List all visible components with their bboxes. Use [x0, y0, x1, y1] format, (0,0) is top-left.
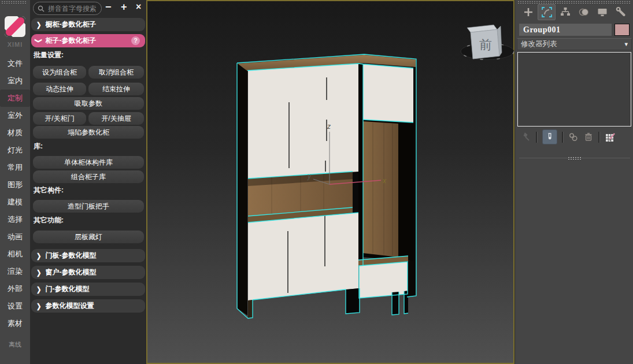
set-combo-cabinet-button[interactable]: 设为组合柜 [33, 66, 86, 79]
panel-section-divider[interactable] [519, 158, 630, 158]
help-icon[interactable]: ? [131, 36, 140, 45]
viewport-canvas[interactable]: z y x 前 [146, 0, 514, 364]
display-icon [597, 6, 608, 18]
panel-expand-button[interactable]: + [121, 0, 127, 14]
single-cabinet-library-button[interactable]: 单体柜体构件库 [33, 156, 144, 169]
utilities-icon [615, 6, 627, 18]
remove-modifier-icon[interactable] [583, 132, 594, 142]
section-label: 橱柜-参数化柜子 [45, 20, 96, 29]
sidebar-item-modeling[interactable]: 建模 [0, 194, 30, 211]
chevron-right-icon: ❯ [36, 21, 41, 28]
sidebar-item-exterior[interactable]: 室外 [0, 107, 30, 124]
toggle-drawer-button[interactable]: 开/关抽屉 [88, 112, 144, 125]
tab-motion[interactable] [575, 4, 593, 20]
dropdown-arrow-icon: ▾ [624, 39, 628, 50]
toolbar-divider [536, 132, 538, 143]
modifier-list-label: 修改器列表 [521, 39, 557, 50]
brand-text: XIMI [0, 41, 30, 48]
toggle-door-button[interactable]: 开/关柜门 [33, 112, 86, 125]
axis-x-label: x [382, 177, 387, 185]
section-label: 门板-参数化模型 [45, 251, 96, 261]
sidebar-item-camera[interactable]: 相机 [0, 246, 30, 263]
sidebar-item-interior[interactable]: 室内 [0, 72, 30, 90]
axis-z-label: z [327, 122, 331, 131]
tab-modify[interactable] [538, 4, 556, 20]
collapse-cabinet-button[interactable]: 塌陷参数化柜 [33, 126, 144, 139]
hierarchy-icon [560, 6, 571, 18]
toolbar-divider [562, 132, 564, 143]
cabinet-model[interactable] [238, 55, 416, 318]
show-end-result-button[interactable] [542, 129, 557, 144]
viewport[interactable]: z y x 前 [146, 0, 514, 364]
sidebar-item-custom[interactable]: 定制 [0, 90, 30, 107]
modifier-stack-toolbar [521, 129, 616, 144]
modifier-stack-list[interactable] [517, 52, 631, 127]
sidebar-menu: 文件 室内 定制 室外 材质 灯光 常用 图形 建模 选择 动画 相机 渲染 外… [0, 55, 30, 332]
sidebar-item-render[interactable]: 渲染 [0, 263, 30, 280]
search-input[interactable] [47, 4, 97, 13]
sidebar-item-assets[interactable]: 素材 [0, 315, 30, 332]
chevron-right-icon: ❯ [36, 302, 41, 310]
offline-status: 离线 [0, 340, 30, 349]
section-cabinet-parametric[interactable]: ❯ 柜子-参数化柜子 ? [31, 34, 145, 47]
panel-minimize-button[interactable]: − [105, 0, 112, 14]
tab-hierarchy[interactable] [556, 4, 574, 20]
make-unique-icon[interactable] [568, 132, 579, 142]
sidebar-item-settings[interactable]: 设置 [0, 298, 30, 315]
tab-display[interactable] [593, 4, 611, 20]
modify-icon [541, 6, 553, 18]
sidebar-item-material[interactable]: 材质 [0, 124, 30, 142]
section-label: 门-参数化模型 [45, 284, 89, 294]
sidebar-item-external[interactable]: 外部 [0, 280, 30, 298]
dynamic-stretch-button[interactable]: 动态拉伸 [33, 83, 86, 95]
sidebar-item-file[interactable]: 文件 [0, 55, 30, 72]
object-name-field[interactable]: Group001 [519, 24, 612, 36]
chevron-right-icon: ❯ [36, 269, 41, 276]
ximi-logo [5, 16, 25, 37]
command-panel-tabs [519, 4, 630, 20]
sidebar-item-animation[interactable]: 动画 [0, 228, 30, 246]
sidebar-item-select[interactable]: 选择 [0, 211, 30, 228]
tab-create[interactable] [519, 4, 537, 20]
object-color-swatch[interactable] [615, 24, 630, 36]
cabinet-plugin-panel: − + × ❯ 橱柜-参数化柜子 ❯ 柜子-参数化柜子 ? 批量设置: 设为组合… [30, 0, 146, 364]
sidebar-item-common[interactable]: 常用 [0, 159, 30, 176]
main-sidebar: XIMI 文件 室内 定制 室外 材质 灯光 常用 图形 建模 选择 动画 相机… [0, 0, 30, 364]
cancel-combo-cabinet-button[interactable]: 取消组合柜 [88, 66, 144, 79]
pick-params-button[interactable]: 吸取参数 [33, 97, 144, 110]
combo-cabinet-library-button[interactable]: 组合柜子库 [33, 170, 144, 183]
chevron-down-icon: ❯ [35, 38, 43, 43]
search-box[interactable] [33, 2, 102, 15]
section-parametric-settings[interactable]: ❯ 参数化模型设置 [31, 299, 145, 313]
panel-grip[interactable] [1, 1, 27, 4]
panel-close-button[interactable]: × [136, 0, 141, 14]
viewcube-front-label[interactable]: 前 [479, 38, 492, 52]
toolbar-divider [598, 132, 600, 143]
search-icon [38, 5, 45, 12]
section-label: 参数化模型设置 [45, 301, 94, 311]
chevron-right-icon: ❯ [36, 285, 41, 293]
sidebar-item-shape[interactable]: 图形 [0, 176, 30, 194]
pin-stack-icon[interactable] [521, 132, 531, 142]
end-stretch-button[interactable]: 结束拉伸 [88, 83, 144, 95]
create-icon [523, 6, 534, 18]
section-door-parametric[interactable]: ❯ 门-参数化模型 [31, 283, 145, 296]
section-cupboard-parametric[interactable]: ❯ 橱柜-参数化柜子 [31, 18, 145, 31]
label-other-functions: 其它功能: [34, 216, 64, 225]
door-handle-button[interactable]: 造型门板把手 [33, 200, 144, 213]
section-label: 窗户-参数化模型 [45, 268, 96, 277]
motion-icon [578, 6, 590, 18]
section-doorpanel-parametric[interactable]: ❯ 门板-参数化模型 [31, 249, 145, 262]
modifier-list-dropdown[interactable]: 修改器列表 ▾ [517, 38, 632, 50]
panel-grip[interactable] [517, 1, 631, 3]
section-window-parametric[interactable]: ❯ 窗户-参数化模型 [31, 266, 145, 279]
shelf-light-button[interactable]: 层板藏灯 [33, 231, 144, 243]
tab-utilities[interactable] [612, 4, 630, 20]
sidebar-item-light[interactable]: 灯光 [0, 142, 30, 159]
configure-modifier-sets-icon[interactable] [605, 131, 616, 143]
section-label: 柜子-参数化柜子 [45, 36, 96, 46]
show-end-result-icon [545, 132, 554, 142]
axis-y-label: y [307, 172, 312, 180]
command-panel: Group001 修改器列表 ▾ [514, 0, 633, 364]
label-other-parts: 其它构件: [34, 185, 64, 195]
